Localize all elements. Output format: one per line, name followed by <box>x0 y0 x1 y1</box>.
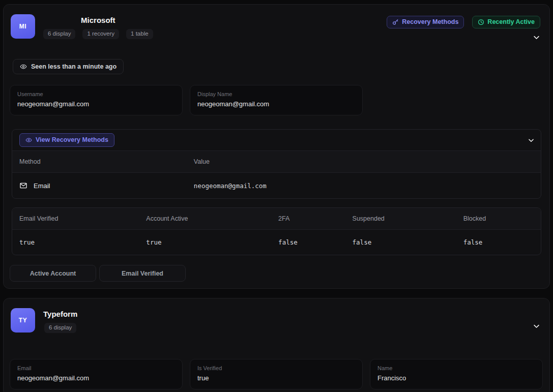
mail-icon <box>19 182 27 190</box>
field-value: neogeoman@gmail.com <box>17 100 175 108</box>
field-label: Display Name <box>197 91 355 98</box>
username-field[interactable]: Username neogeoman@gmail.com <box>10 85 183 115</box>
suspended-value: false <box>345 230 456 255</box>
eye-icon <box>20 63 27 70</box>
account-title: Microsoft <box>81 16 115 24</box>
avatar: TY <box>11 308 35 333</box>
method-value: neogeoman@gmail.com <box>187 173 541 199</box>
field-label: Name <box>377 365 535 372</box>
field-label: Is Verified <box>197 365 355 372</box>
table-header-row: Method Value <box>12 151 541 173</box>
seen-status-label: Seen less than a minute ago <box>31 63 117 70</box>
recovery-methods-badge: Recovery Methods <box>387 16 464 28</box>
chevron-down-icon[interactable] <box>533 322 540 330</box>
recently-active-badge: Recently Active <box>472 16 540 28</box>
field-value: neogeoman@gmail.com <box>197 100 355 108</box>
view-recovery-methods-label: View Recovery Methods <box>36 137 108 143</box>
account-card-typeform: TY Typeform 6 display Email neogeoman@gm… <box>3 298 550 392</box>
clock-icon <box>478 19 484 25</box>
key-icon <box>392 19 399 25</box>
actions-row: Active Account Email Verified <box>10 265 543 282</box>
table-row: Email neogeoman@gmail.com <box>12 173 541 199</box>
table-header-row: Email Verified Account Active 2FA Suspen… <box>12 208 541 230</box>
account-header-info: Typeform 6 display <box>43 308 77 333</box>
field-label: Username <box>17 91 175 98</box>
display-name-field[interactable]: Display Name neogeoman@gmail.com <box>190 85 363 115</box>
2fa-value: false <box>271 230 345 255</box>
blocked-column-header: Blocked <box>456 208 541 230</box>
recovery-methods-panel: View Recovery Methods Method Value <box>12 129 541 199</box>
2fa-column-header: 2FA <box>271 208 345 230</box>
suspended-column-header: Suspended <box>345 208 456 230</box>
blocked-value: false <box>456 230 541 255</box>
email-field[interactable]: Email neogeoman@gmail.com <box>10 359 183 389</box>
view-recovery-methods-button[interactable]: View Recovery Methods <box>19 133 114 147</box>
email-verified-value: true <box>12 230 139 255</box>
active-account-button[interactable]: Active Account <box>10 265 96 282</box>
account-stats: 6 display <box>44 323 76 333</box>
table-row: true true false false false <box>12 230 541 255</box>
is-verified-field[interactable]: Is Verified true <box>190 359 363 389</box>
email-verified-button[interactable]: Email Verified <box>99 265 186 282</box>
account-title: Typeform <box>43 310 77 318</box>
account-active-value: true <box>139 230 271 255</box>
header-right <box>533 308 543 330</box>
recovery-methods-badge-label: Recovery Methods <box>402 19 458 25</box>
eye-icon <box>25 137 32 143</box>
email-verified-column-header: Email Verified <box>12 208 139 230</box>
method-column-header: Method <box>12 151 187 173</box>
stat-pill-table: 1 table <box>126 29 153 39</box>
field-value: neogeoman@gmail.com <box>17 374 175 382</box>
stat-pill-recovery: 1 recovery <box>82 29 119 39</box>
method-name: Email <box>34 182 50 190</box>
account-active-column-header: Account Active <box>139 208 271 230</box>
badges-row: Recovery Methods Recently Active <box>387 16 540 28</box>
account-header-info: Microsoft 6 display 1 recovery 1 table <box>43 14 153 39</box>
fields-row: Email neogeoman@gmail.com Is Verified tr… <box>10 359 543 389</box>
value-column-header: Value <box>187 151 541 173</box>
chevron-down-icon[interactable] <box>533 34 540 41</box>
fields-row: Username neogeoman@gmail.com Display Nam… <box>10 85 543 115</box>
header-right: Recovery Methods Recently Active <box>387 14 543 41</box>
stat-pill-display: 6 display <box>43 29 75 39</box>
card-header: TY Typeform 6 display <box>10 308 543 333</box>
field-value: true <box>197 374 355 382</box>
recovery-methods-table: Method Value Email neogeoman <box>12 151 541 198</box>
card-header: MI Microsoft 6 display 1 recovery 1 tabl… <box>10 14 543 41</box>
field-value: Francisco <box>377 374 535 382</box>
chevron-down-icon[interactable] <box>528 137 535 144</box>
avatar: MI <box>11 14 35 39</box>
recently-active-badge-label: Recently Active <box>487 19 535 25</box>
account-status-table: Email Verified Account Active 2FA Suspen… <box>12 207 541 255</box>
account-card-microsoft: MI Microsoft 6 display 1 recovery 1 tabl… <box>3 4 550 289</box>
stat-pill-display: 6 display <box>44 323 76 333</box>
seen-status-badge: Seen less than a minute ago <box>13 59 124 74</box>
field-label: Email <box>17 365 175 372</box>
name-field[interactable]: Name Francisco <box>370 359 543 389</box>
account-stats: 6 display 1 recovery 1 table <box>43 29 153 39</box>
recovery-panel-header: View Recovery Methods <box>12 130 541 151</box>
